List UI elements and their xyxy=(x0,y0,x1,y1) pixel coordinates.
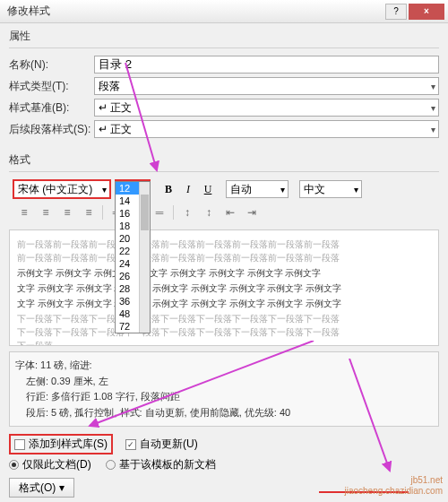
underline-button[interactable]: U xyxy=(201,183,215,196)
format-menu-button[interactable]: 格式(O) ▾ xyxy=(9,478,74,498)
auto-update-label: 自动更新(U) xyxy=(140,437,198,452)
indent-left-icon[interactable]: ⇤ xyxy=(222,204,238,221)
type-label: 样式类型(T): xyxy=(9,79,94,94)
add-to-gallery-label: 添加到样式库(S) xyxy=(29,437,108,452)
lang-select[interactable]: 中文 xyxy=(299,180,362,198)
watermark: jb51.net jiaocheng.chazidian.com xyxy=(344,475,443,497)
spacing-3-icon[interactable]: ═ xyxy=(151,204,168,221)
indent-right-icon[interactable]: ⇥ xyxy=(244,204,260,221)
base-select[interactable]: ↵ 正文 xyxy=(94,99,439,117)
add-to-gallery-checkbox[interactable] xyxy=(14,439,25,450)
bold-button[interactable]: B xyxy=(161,183,176,196)
only-doc-radio[interactable] xyxy=(9,460,19,470)
base-label: 样式基准(B): xyxy=(9,100,94,116)
para-after-icon[interactable]: ↕ xyxy=(201,204,217,221)
next-label: 后续段落样式(S): xyxy=(9,122,94,137)
align-center-icon[interactable]: ≡ xyxy=(38,204,54,221)
section-properties: 属性 xyxy=(0,23,448,46)
align-right-icon[interactable]: ≡ xyxy=(59,204,75,221)
name-input[interactable] xyxy=(94,56,439,74)
font-select[interactable]: 宋体 (中文正文) xyxy=(13,179,111,199)
italic-button[interactable]: I xyxy=(181,183,195,196)
color-select[interactable]: 自动 xyxy=(226,180,289,198)
align-justify-icon[interactable]: ≡ xyxy=(81,204,97,221)
align-left-icon[interactable]: ≡ xyxy=(16,204,32,221)
scrollbar[interactable] xyxy=(139,182,150,333)
name-label: 名称(N): xyxy=(9,57,94,73)
format-description: 字体: 11 磅, 缩进: 左侧: 0.39 厘米, 左 行距: 多倍行距 1.… xyxy=(9,351,439,427)
section-format: 格式 xyxy=(0,147,448,169)
font-size-dropdown[interactable]: 12 14 16 18 20 22 24 26 28 36 48 72 xyxy=(115,181,151,333)
window-title: 修改样式 xyxy=(4,4,383,19)
template-label: 基于该模板的新文档 xyxy=(119,457,216,472)
auto-update-checkbox[interactable]: ✓ xyxy=(125,439,136,450)
preview-pane: 前一段落前一段落前一段落前一段落前一段落前一段落前一段落前一段落前一段落 前一段… xyxy=(9,229,439,346)
close-button[interactable]: × xyxy=(409,4,444,20)
next-select[interactable]: ↵ 正文 xyxy=(94,120,439,138)
template-radio[interactable] xyxy=(106,460,116,470)
para-before-icon[interactable]: ↕ xyxy=(179,204,195,221)
type-select[interactable]: 段落 xyxy=(94,77,439,95)
only-doc-label: 仅限此文档(D) xyxy=(22,457,91,472)
help-button[interactable]: ? xyxy=(385,4,407,20)
